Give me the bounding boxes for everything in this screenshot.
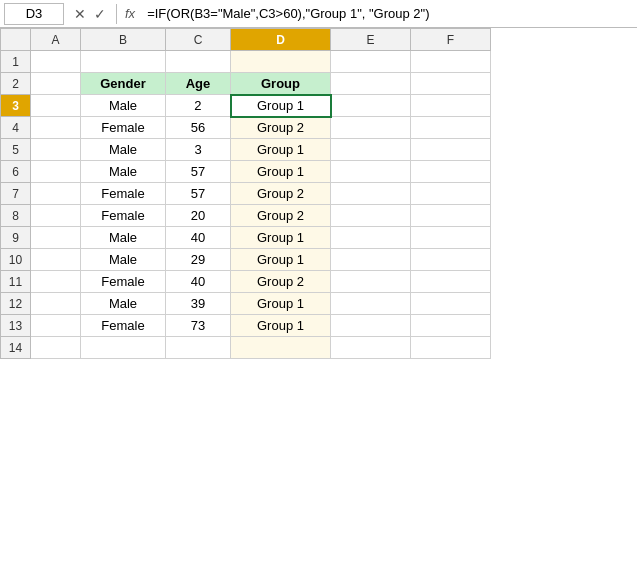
- cell-e13[interactable]: [331, 315, 411, 337]
- row-num-14[interactable]: 14: [1, 337, 31, 359]
- cell-b10[interactable]: Male: [81, 249, 166, 271]
- cell-c11[interactable]: 40: [166, 271, 231, 293]
- row-num-3[interactable]: 3: [1, 95, 31, 117]
- cell-a10[interactable]: [31, 249, 81, 271]
- row-num-10[interactable]: 10: [1, 249, 31, 271]
- cell-a6[interactable]: [31, 161, 81, 183]
- cell-e12[interactable]: [331, 293, 411, 315]
- cell-b11[interactable]: Female: [81, 271, 166, 293]
- cell-d7[interactable]: Group 2: [231, 183, 331, 205]
- cell-f12[interactable]: [411, 293, 491, 315]
- cell-d11[interactable]: Group 2: [231, 271, 331, 293]
- cell-d5[interactable]: Group 1: [231, 139, 331, 161]
- cell-b2[interactable]: Gender: [81, 73, 166, 95]
- cell-c10[interactable]: 29: [166, 249, 231, 271]
- cell-e3[interactable]: [331, 95, 411, 117]
- col-header-f[interactable]: F: [411, 29, 491, 51]
- cell-a3[interactable]: [31, 95, 81, 117]
- cell-f11[interactable]: [411, 271, 491, 293]
- cell-b5[interactable]: Male: [81, 139, 166, 161]
- row-num-9[interactable]: 9: [1, 227, 31, 249]
- cell-a5[interactable]: [31, 139, 81, 161]
- cell-c14[interactable]: [166, 337, 231, 359]
- cell-f7[interactable]: [411, 183, 491, 205]
- cell-b13[interactable]: Female: [81, 315, 166, 337]
- cell-d9[interactable]: Group 1: [231, 227, 331, 249]
- col-header-a[interactable]: A: [31, 29, 81, 51]
- cell-e11[interactable]: [331, 271, 411, 293]
- cell-a1[interactable]: [31, 51, 81, 73]
- col-header-d[interactable]: D: [231, 29, 331, 51]
- cell-a8[interactable]: [31, 205, 81, 227]
- cell-a4[interactable]: [31, 117, 81, 139]
- cell-d1[interactable]: [231, 51, 331, 73]
- row-num-1[interactable]: 1: [1, 51, 31, 73]
- cell-d14[interactable]: [231, 337, 331, 359]
- row-num-5[interactable]: 5: [1, 139, 31, 161]
- col-header-c[interactable]: C: [166, 29, 231, 51]
- cell-a13[interactable]: [31, 315, 81, 337]
- cell-d12[interactable]: Group 1: [231, 293, 331, 315]
- cell-d6[interactable]: Group 1: [231, 161, 331, 183]
- cell-c7[interactable]: 57: [166, 183, 231, 205]
- confirm-icon[interactable]: ✓: [92, 6, 108, 22]
- row-num-13[interactable]: 13: [1, 315, 31, 337]
- cell-f10[interactable]: [411, 249, 491, 271]
- row-num-12[interactable]: 12: [1, 293, 31, 315]
- row-num-6[interactable]: 6: [1, 161, 31, 183]
- cell-a9[interactable]: [31, 227, 81, 249]
- cell-d8[interactable]: Group 2: [231, 205, 331, 227]
- cell-e7[interactable]: [331, 183, 411, 205]
- cell-e14[interactable]: [331, 337, 411, 359]
- cell-f8[interactable]: [411, 205, 491, 227]
- cell-c12[interactable]: 39: [166, 293, 231, 315]
- cell-c2[interactable]: Age: [166, 73, 231, 95]
- cell-a12[interactable]: [31, 293, 81, 315]
- cell-b8[interactable]: Female: [81, 205, 166, 227]
- cell-d10[interactable]: Group 1: [231, 249, 331, 271]
- cell-d2[interactable]: Group: [231, 73, 331, 95]
- cell-a2[interactable]: [31, 73, 81, 95]
- cell-f4[interactable]: [411, 117, 491, 139]
- cell-d4[interactable]: Group 2: [231, 117, 331, 139]
- cell-c3[interactable]: 2: [166, 95, 231, 117]
- cancel-icon[interactable]: ✕: [72, 6, 88, 22]
- cell-c5[interactable]: 3: [166, 139, 231, 161]
- cell-f9[interactable]: [411, 227, 491, 249]
- cell-b9[interactable]: Male: [81, 227, 166, 249]
- cell-d3[interactable]: Group 1: [231, 95, 331, 117]
- cell-f14[interactable]: [411, 337, 491, 359]
- cell-e8[interactable]: [331, 205, 411, 227]
- row-num-4[interactable]: 4: [1, 117, 31, 139]
- cell-b1[interactable]: [81, 51, 166, 73]
- cell-f5[interactable]: [411, 139, 491, 161]
- cell-c13[interactable]: 73: [166, 315, 231, 337]
- cell-a14[interactable]: [31, 337, 81, 359]
- cell-b12[interactable]: Male: [81, 293, 166, 315]
- cell-f2[interactable]: [411, 73, 491, 95]
- cell-c8[interactable]: 20: [166, 205, 231, 227]
- cell-b3[interactable]: Male: [81, 95, 166, 117]
- cell-e9[interactable]: [331, 227, 411, 249]
- cell-b14[interactable]: [81, 337, 166, 359]
- cell-e10[interactable]: [331, 249, 411, 271]
- row-num-7[interactable]: 7: [1, 183, 31, 205]
- cell-a7[interactable]: [31, 183, 81, 205]
- row-num-8[interactable]: 8: [1, 205, 31, 227]
- cell-f6[interactable]: [411, 161, 491, 183]
- cell-b7[interactable]: Female: [81, 183, 166, 205]
- col-header-e[interactable]: E: [331, 29, 411, 51]
- cell-f1[interactable]: [411, 51, 491, 73]
- row-num-2[interactable]: 2: [1, 73, 31, 95]
- cell-e5[interactable]: [331, 139, 411, 161]
- col-header-b[interactable]: B: [81, 29, 166, 51]
- row-num-11[interactable]: 11: [1, 271, 31, 293]
- cell-c1[interactable]: [166, 51, 231, 73]
- cell-c6[interactable]: 57: [166, 161, 231, 183]
- cell-e2[interactable]: [331, 73, 411, 95]
- cell-reference-box[interactable]: D3: [4, 3, 64, 25]
- cell-f3[interactable]: [411, 95, 491, 117]
- cell-b6[interactable]: Male: [81, 161, 166, 183]
- cell-b4[interactable]: Female: [81, 117, 166, 139]
- formula-input[interactable]: [143, 3, 633, 25]
